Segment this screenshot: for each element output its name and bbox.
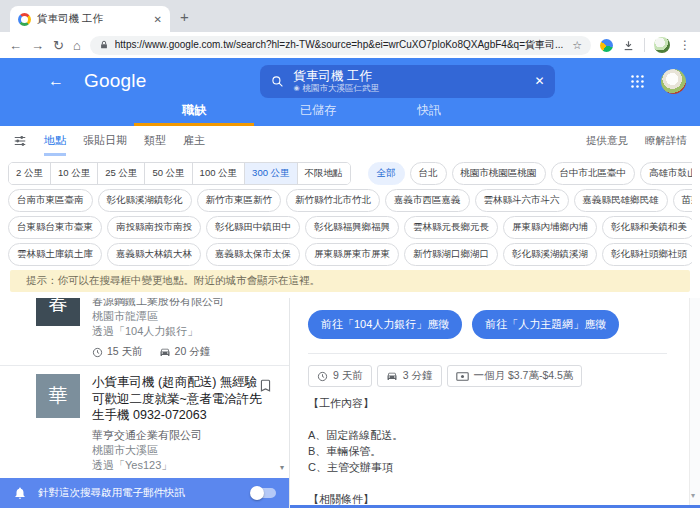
tip-text: 提示：你可以在搜尋框中變更地點。附近的城市會顯示在這裡。 <box>26 274 320 288</box>
location-chip[interactable]: 南投縣南投市南投 <box>107 216 201 239</box>
filter-date-posted[interactable]: 張貼日期 <box>83 126 127 156</box>
email-alert-toggle[interactable] <box>250 487 276 499</box>
jobs-back-icon[interactable]: ← <box>48 72 64 90</box>
tab-close-icon[interactable]: ✕ <box>154 14 162 25</box>
job-company: 華亨交通企業有限公司 <box>92 428 275 443</box>
location-chip[interactable]: 高雄市鼓山區高雄 <box>640 162 692 185</box>
location-chip[interactable]: 嘉義縣太保市太保 <box>206 243 300 266</box>
job-posted: 15 天前 <box>107 345 143 359</box>
lock-icon <box>99 40 109 50</box>
job-description: 【工作內容】 A、固定路線配送。 B、車輛保管。 C、主管交辦事項 【相關條件】 <box>308 395 682 507</box>
search-input[interactable]: 貨車司機 工作 ◉ 桃園市大溪區仁武里 ✕ <box>260 65 555 98</box>
browser-window: 貨車司機 工作 ✕ + ← → ↻ ⌂ https://www.google.c… <box>0 0 700 508</box>
job-company: 春源鋼鐵工業股份有限公司 <box>92 298 275 309</box>
back-icon[interactable]: ← <box>9 39 22 52</box>
distance-selector: 2 公里 10 公里 25 公里 50 公里 100 公里 300 公里 不限地… <box>8 162 351 185</box>
car-icon <box>386 370 398 382</box>
reload-icon[interactable]: ↻ <box>53 39 64 52</box>
job-location: 桃園市大溪區 <box>92 443 275 458</box>
location-chip[interactable]: 屏東縣屏東市屏東 <box>305 243 399 266</box>
location-chip[interactable]: 桃園市桃園區桃園 <box>452 162 546 185</box>
location-chip[interactable]: 彰化縣福興鄉福興 <box>305 216 399 239</box>
new-tab-button[interactable]: + <box>180 8 189 25</box>
distance-option-selected[interactable]: 300 公里 <box>244 163 297 184</box>
apps-grid-icon[interactable] <box>629 73 646 90</box>
bookmark-star-icon[interactable]: ☆ <box>572 39 582 52</box>
clock-icon <box>317 371 328 382</box>
browser-profile-avatar[interactable] <box>654 37 670 53</box>
clock-icon <box>92 347 103 358</box>
email-alert-label: 針對這次搜尋啟用電子郵件快訊 <box>38 486 239 500</box>
tune-icon[interactable] <box>13 134 27 148</box>
location-chip[interactable]: 台北 <box>410 162 447 185</box>
scroll-down-icon[interactable]: ▾ <box>691 491 695 500</box>
distance-option[interactable]: 25 公里 <box>97 163 144 184</box>
filter-employer[interactable]: 雇主 <box>183 126 205 156</box>
location-chip[interactable]: 嘉義市西區嘉義 <box>385 189 470 212</box>
location-chip[interactable]: 新竹縣湖口鄉湖口 <box>404 243 498 266</box>
job-list-panel: 春 春源鋼鐵工業股份有限公司 桃園市龍潭區 透過「104人力銀行」 15 天前 <box>0 298 290 508</box>
apply-button-104[interactable]: 前往「104人力銀行」應徵 <box>308 310 462 339</box>
list-scroll-down-icon[interactable]: ▾ <box>280 463 284 472</box>
location-chip[interactable]: 台南市東區臺南 <box>8 189 93 212</box>
detail-scrollbar[interactable]: ▾ <box>689 298 700 505</box>
feedback-link[interactable]: 提供意見 <box>586 134 628 148</box>
jobs-tabs: 職缺 已儲存 快訊 <box>0 98 700 126</box>
company-avatar: 華 <box>36 374 80 418</box>
tab-title: 貨車司機 工作 <box>37 12 148 26</box>
download-icon[interactable] <box>622 39 635 52</box>
apply-button-hr[interactable]: 前往「人力主題網」應徵 <box>472 310 619 339</box>
location-chip[interactable]: 雲林縣斗六市斗六 <box>475 189 569 212</box>
tab-saved[interactable]: 已儲存 <box>254 98 382 126</box>
distance-option[interactable]: 100 公里 <box>192 163 245 184</box>
filter-location[interactable]: 地點 <box>44 126 66 156</box>
browser-tab[interactable]: 貨車司機 工作 ✕ <box>10 6 170 32</box>
home-icon[interactable]: ⌂ <box>73 39 81 52</box>
job-list-item[interactable]: 華 小貨車司機 (超商配送) 無經驗可歡迎二度就業~意者電洽許先生手機 0932… <box>0 366 289 479</box>
location-chip[interactable]: 雲林縣元長鄉元長 <box>404 216 498 239</box>
location-chip[interactable]: 嘉義縣民雄鄉民雄 <box>574 189 668 212</box>
location-chip[interactable]: 雲林縣土庫鎮土庫 <box>8 243 102 266</box>
location-chip[interactable]: 新竹縣竹北市竹北 <box>286 189 380 212</box>
location-chip[interactable]: 台中市北區臺中 <box>551 162 636 185</box>
forward-icon[interactable]: → <box>31 39 44 52</box>
tab-jobs[interactable]: 職缺 <box>134 98 254 126</box>
filter-bar: 地點 張貼日期 類型 雇主 提供意見 瞭解詳情 <box>0 126 700 156</box>
job-detail-panel: 前往「104人力銀行」應徵 前往「人力主題網」應徵 9 天前 <box>290 298 700 508</box>
location-chip-all[interactable]: 全部 <box>368 162 405 185</box>
location-chip[interactable]: 彰化縣和美鎮和美 <box>602 216 692 239</box>
extension-icon[interactable] <box>600 39 613 52</box>
distance-option[interactable]: 不限地點 <box>297 163 350 184</box>
filter-type[interactable]: 類型 <box>144 126 166 156</box>
tip-banner: 提示：你可以在搜尋框中變更地點。附近的城市會顯示在這裡。 <box>10 270 690 292</box>
location-chip[interactable]: 彰化縣社頭鄉社頭 <box>602 243 692 266</box>
search-location: 桃園市大溪區仁武里 <box>303 83 380 93</box>
browser-tab-strip: 貨車司機 工作 ✕ + <box>0 0 700 32</box>
location-chip[interactable]: 屏東縣內埔鄉內埔 <box>503 216 597 239</box>
job-title: 小貨車司機 (超商配送) 無經驗可歡迎二度就業~意者電洽許先生手機 0932-0… <box>92 374 264 424</box>
location-chip[interactable]: 新竹市東區新竹 <box>197 189 282 212</box>
location-chip[interactable]: 彰化縣溪湖鎮溪湖 <box>503 243 597 266</box>
distance-option[interactable]: 2 公里 <box>9 163 50 184</box>
location-chip[interactable]: 台東縣台東市臺東 <box>8 216 102 239</box>
location-chip[interactable]: 嘉義縣大林鎮大林 <box>107 243 201 266</box>
google-logo[interactable]: Google <box>84 70 146 92</box>
learn-more-link[interactable]: 瞭解詳情 <box>645 134 687 148</box>
jobs-header: ← Google 貨車司機 工作 ◉ 桃園市大溪區仁武里 ✕ <box>0 58 700 126</box>
distance-option[interactable]: 50 公里 <box>144 163 191 184</box>
tab-alerts[interactable]: 快訊 <box>382 98 476 126</box>
bookmark-icon[interactable] <box>258 378 273 393</box>
location-chip[interactable]: 彰化縣溪湖鎮彰化 <box>98 189 192 212</box>
location-chip[interactable]: 彰化縣田中鎮田中 <box>206 216 300 239</box>
toolbar-separator <box>644 38 645 52</box>
google-favicon-icon <box>18 13 31 26</box>
money-icon <box>456 371 469 382</box>
salary-meta: 一個月 $3.7萬-$4.5萬 <box>447 365 583 387</box>
job-list-item[interactable]: 春 春源鋼鐵工業股份有限公司 桃園市龍潭區 透過「104人力銀行」 15 天前 <box>0 298 289 365</box>
account-avatar[interactable] <box>661 69 686 94</box>
distance-option[interactable]: 10 公里 <box>50 163 97 184</box>
clear-search-icon[interactable]: ✕ <box>534 74 544 88</box>
location-chip[interactable]: 苗栗縣竹南鎮 <box>673 189 693 212</box>
browser-menu-icon[interactable]: ⋮ <box>679 38 691 52</box>
address-bar[interactable]: https://www.google.com.tw/search?hl=zh-T… <box>90 36 591 55</box>
